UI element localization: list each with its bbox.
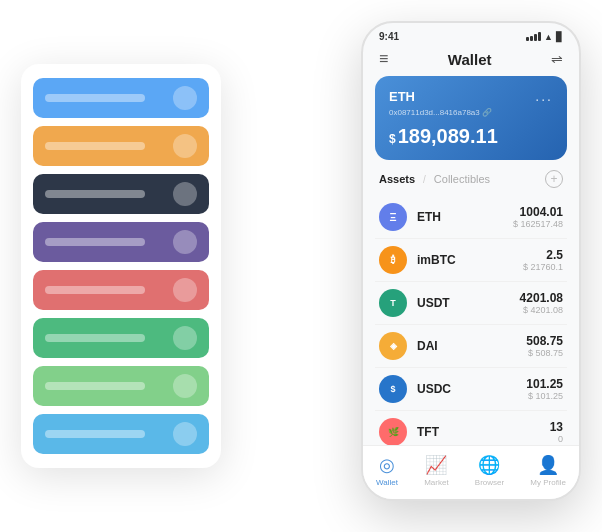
card-item-2[interactable] xyxy=(33,126,209,166)
status-icons: ▲ ▊ xyxy=(526,32,563,42)
asset-row-dai[interactable]: ◈ DAI 508.75 $ 508.75 xyxy=(375,325,567,368)
asset-list: Ξ ETH 1004.01 $ 162517.48 ₿ imBTC 2.5 $ … xyxy=(363,196,579,445)
usdc-usd: $ 101.25 xyxy=(526,391,563,401)
card-item-text-1 xyxy=(45,94,145,102)
card-item-text-4 xyxy=(45,238,145,246)
status-time: 9:41 xyxy=(379,31,399,42)
market-nav-icon: 📈 xyxy=(425,454,447,476)
usdt-name: USDT xyxy=(417,296,520,310)
add-asset-button[interactable]: + xyxy=(545,170,563,188)
eth-amount: 1004.01 xyxy=(513,205,563,219)
usdc-values: 101.25 $ 101.25 xyxy=(526,377,563,401)
card-item-6[interactable] xyxy=(33,318,209,358)
usdc-name: USDC xyxy=(417,382,526,396)
eth-icon: Ξ xyxy=(379,203,407,231)
card-item-text-6 xyxy=(45,334,145,342)
usdt-values: 4201.08 $ 4201.08 xyxy=(520,291,563,315)
card-item-text-7 xyxy=(45,382,145,390)
card-item-4[interactable] xyxy=(33,222,209,262)
card-item-text-8 xyxy=(45,430,145,438)
phone-header: ≡ Wallet ⇌ xyxy=(363,46,579,76)
browser-nav-icon: 🌐 xyxy=(478,454,500,476)
asset-row-usdc[interactable]: $ USDC 101.25 $ 101.25 xyxy=(375,368,567,411)
eth-values: 1004.01 $ 162517.48 xyxy=(513,205,563,229)
usdt-amount: 4201.08 xyxy=(520,291,563,305)
eth-usd: $ 162517.48 xyxy=(513,219,563,229)
card-item-text-2 xyxy=(45,142,145,150)
card-item-icon-5 xyxy=(173,278,197,302)
phone-mockup: 9:41 ▲ ▊ ≡ Wallet ⇌ ETH ... xyxy=(361,21,581,501)
assets-header: Assets / Collectibles + xyxy=(363,170,579,196)
expand-icon[interactable]: ⇌ xyxy=(551,51,563,67)
battery-icon: ▊ xyxy=(556,32,563,42)
tft-amount: 13 xyxy=(550,420,563,434)
tab-collectibles[interactable]: Collectibles xyxy=(434,173,490,185)
browser-nav-label: Browser xyxy=(475,478,504,487)
card-item-icon-4 xyxy=(173,230,197,254)
imbtc-values: 2.5 $ 21760.1 xyxy=(523,248,563,272)
profile-nav-label: My Profile xyxy=(530,478,566,487)
dai-name: DAI xyxy=(417,339,526,353)
nav-wallet[interactable]: ◎ Wallet xyxy=(376,454,398,487)
usdt-usd: $ 4201.08 xyxy=(520,305,563,315)
tab-assets[interactable]: Assets xyxy=(379,173,415,185)
asset-row-imbtc[interactable]: ₿ imBTC 2.5 $ 21760.1 xyxy=(375,239,567,282)
asset-row-tft[interactable]: 🌿 TFT 13 0 xyxy=(375,411,567,445)
card-item-8[interactable] xyxy=(33,414,209,454)
menu-icon[interactable]: ≡ xyxy=(379,50,388,68)
scene: 9:41 ▲ ▊ ≡ Wallet ⇌ ETH ... xyxy=(21,21,581,511)
eth-card[interactable]: ETH ... 0x08711d3d...8416a78a3 🔗 $189,08… xyxy=(375,76,567,160)
card-item-3[interactable] xyxy=(33,174,209,214)
card-item-5[interactable] xyxy=(33,270,209,310)
eth-card-menu-icon[interactable]: ... xyxy=(535,88,553,104)
bottom-nav: ◎ Wallet 📈 Market 🌐 Browser 👤 My Profile xyxy=(363,445,579,499)
imbtc-amount: 2.5 xyxy=(523,248,563,262)
card-item-icon-8 xyxy=(173,422,197,446)
nav-profile[interactable]: 👤 My Profile xyxy=(530,454,566,487)
card-stack xyxy=(21,64,221,468)
nav-market[interactable]: 📈 Market xyxy=(424,454,448,487)
card-item-icon-7 xyxy=(173,374,197,398)
asset-row-eth[interactable]: Ξ ETH 1004.01 $ 162517.48 xyxy=(375,196,567,239)
eth-card-address: 0x08711d3d...8416a78a3 🔗 xyxy=(389,108,553,117)
tft-icon: 🌿 xyxy=(379,418,407,445)
card-item-icon-3 xyxy=(173,182,197,206)
dai-values: 508.75 $ 508.75 xyxy=(526,334,563,358)
wifi-icon: ▲ xyxy=(544,32,553,42)
eth-card-dollar-sign: $ xyxy=(389,132,396,146)
eth-card-top: ETH ... xyxy=(389,88,553,104)
card-item-icon-6 xyxy=(173,326,197,350)
card-item-7[interactable] xyxy=(33,366,209,406)
market-nav-label: Market xyxy=(424,478,448,487)
wallet-nav-icon: ◎ xyxy=(379,454,395,476)
tft-values: 13 0 xyxy=(550,420,563,444)
page-title: Wallet xyxy=(448,51,492,68)
card-item-text-5 xyxy=(45,286,145,294)
card-item-text-3 xyxy=(45,190,145,198)
eth-card-title: ETH xyxy=(389,89,415,104)
usdt-icon: T xyxy=(379,289,407,317)
profile-nav-icon: 👤 xyxy=(537,454,559,476)
asset-row-usdt[interactable]: T USDT 4201.08 $ 4201.08 xyxy=(375,282,567,325)
tft-usd: 0 xyxy=(550,434,563,444)
card-item-icon-2 xyxy=(173,134,197,158)
imbtc-usd: $ 21760.1 xyxy=(523,262,563,272)
card-item-icon-1 xyxy=(173,86,197,110)
dai-amount: 508.75 xyxy=(526,334,563,348)
status-bar: 9:41 ▲ ▊ xyxy=(363,23,579,46)
eth-name: ETH xyxy=(417,210,513,224)
assets-tabs: Assets / Collectibles xyxy=(379,173,490,185)
nav-browser[interactable]: 🌐 Browser xyxy=(475,454,504,487)
usdc-icon: $ xyxy=(379,375,407,403)
dai-usd: $ 508.75 xyxy=(526,348,563,358)
wallet-nav-label: Wallet xyxy=(376,478,398,487)
tft-name: TFT xyxy=(417,425,550,439)
card-item-1[interactable] xyxy=(33,78,209,118)
imbtc-name: imBTC xyxy=(417,253,523,267)
dai-icon: ◈ xyxy=(379,332,407,360)
signal-icon xyxy=(526,32,541,41)
usdc-amount: 101.25 xyxy=(526,377,563,391)
tab-separator: / xyxy=(423,174,426,185)
imbtc-icon: ₿ xyxy=(379,246,407,274)
eth-card-amount: $189,089.11 xyxy=(389,125,553,148)
